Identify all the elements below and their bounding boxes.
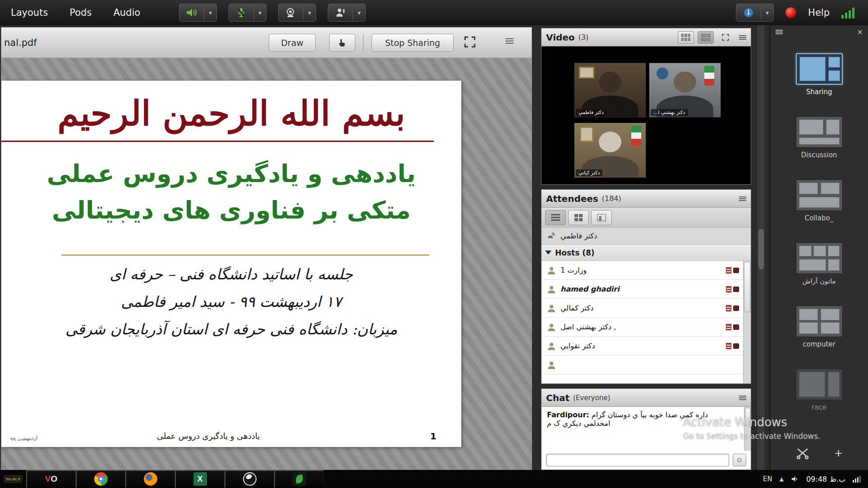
attendee-name: hamed ghadiri [560, 285, 721, 293]
menu-pods[interactable]: Pods [59, 0, 102, 25]
chat-scrollbar[interactable] [744, 407, 751, 451]
participant-silhouette [599, 72, 621, 92]
video-grid-view-button[interactable] [678, 31, 694, 44]
video-tile-1[interactable]: دکتر فاطمي [574, 63, 646, 118]
active-speaker-icon [546, 232, 556, 240]
layout-item-race[interactable]: race [770, 369, 868, 411]
add-layout-button[interactable]: + [835, 447, 843, 460]
camera-status-icon [733, 306, 739, 311]
stage-scrollbar[interactable] [757, 25, 765, 470]
hosts-group-label: Hosts (8) [555, 248, 595, 257]
person-icon [547, 266, 556, 275]
attendee-list-view-button[interactable] [545, 210, 566, 225]
camera-status-icon [733, 287, 739, 292]
active-speaker-name: دکتر فاطمي [560, 232, 597, 240]
fullscreen-button[interactable] [462, 35, 478, 49]
microphone-button-group[interactable]: ▾ [229, 4, 266, 22]
close-sidebar-button[interactable]: × [857, 27, 863, 37]
scrollbar-handle[interactable] [744, 262, 750, 312]
attendee-row[interactable]: وزارت 1 [542, 261, 751, 280]
info-button-group[interactable]: ▾ [736, 4, 774, 22]
pointer-tool-button[interactable] [329, 34, 355, 52]
help-link[interactable]: Help [808, 7, 830, 18]
webcam-dropdown-arrow[interactable]: ▾ [303, 4, 316, 21]
menu-layouts[interactable]: Layouts [0, 0, 59, 25]
tray-speaker-icon[interactable] [791, 475, 799, 483]
scrollbar-handle[interactable] [758, 229, 764, 269]
webcam-button-group[interactable]: ▾ [278, 4, 316, 22]
attendee-row[interactable]: hamed ghadiri [542, 280, 751, 299]
layout-item-collaboration[interactable]: Collabo_ [770, 179, 868, 222]
info-dropdown-arrow[interactable]: ▾ [761, 4, 773, 21]
tray-expand-icon[interactable]: ▲ [780, 476, 784, 482]
attendee-row-partial[interactable] [542, 356, 751, 374]
attendee-status-view-button[interactable] [591, 210, 612, 225]
language-indicator[interactable]: EN [763, 475, 772, 483]
speaker-dropdown-arrow[interactable]: ▾ [204, 4, 216, 21]
chat-pod-menu-button[interactable] [739, 396, 746, 400]
layout-item-custom-1[interactable]: ماتون آراش [770, 242, 868, 285]
tray-network-icon[interactable] [853, 475, 861, 483]
webcam-icon [279, 7, 303, 18]
share-pod: nal.pdf Draw Stop Sharing بسم الله الرح [1, 27, 532, 470]
info-icon [736, 7, 761, 18]
taskbar-app-vo[interactable]: VO [26, 470, 76, 488]
slide-body-line2: ۱۷ اردیبهشت ۹۹ - سید امیر فاطمی [1, 293, 461, 310]
speaker-button-group[interactable]: ▾ [179, 4, 217, 22]
grid-view-icon [574, 214, 583, 221]
layout-item-sharing[interactable]: Sharing [770, 53, 868, 96]
layout-item-computer[interactable]: computer [770, 306, 868, 348]
participant-silhouette [674, 72, 696, 92]
camera-status-icon [733, 343, 739, 349]
participant-silhouette [599, 132, 621, 152]
raise-hand-icon [328, 7, 353, 18]
scissors-icon [796, 447, 809, 459]
attendees-pod-menu-button[interactable] [739, 196, 746, 201]
video-fullscreen-button[interactable] [717, 31, 734, 44]
scrollbar-handle[interactable] [745, 408, 750, 426]
connection-signal-icon[interactable] [841, 7, 854, 18]
share-pod-menu-button[interactable] [505, 38, 514, 45]
filmstrip-view-icon [701, 34, 710, 41]
chat-pod-title: Chat [546, 392, 569, 403]
hosts-group-header[interactable]: Hosts (8) [542, 245, 751, 261]
layout-item-discussion[interactable]: Discussion [770, 116, 868, 159]
video-pod-menu-button[interactable] [739, 35, 746, 40]
taskbar-app-connect[interactable] [274, 470, 324, 488]
start-corner-button[interactable]: tvu.ac.ir [0, 470, 26, 488]
taskbar-app-excel[interactable]: X [175, 470, 225, 488]
cut-layout-button[interactable] [796, 447, 809, 459]
mic-status-icon [726, 305, 731, 311]
attendee-grid-view-button[interactable] [568, 210, 589, 225]
recording-indicator-icon[interactable] [785, 7, 796, 18]
menu-audio[interactable]: Audio [102, 0, 151, 25]
attendee-list-scrollbar[interactable] [743, 261, 751, 383]
active-speaker-row: دکتر فاطمي [542, 228, 751, 245]
attendees-pod: Attendees (184) [541, 189, 751, 384]
chat-input[interactable] [546, 454, 729, 466]
microphone-dropdown-arrow[interactable]: ▾ [253, 4, 266, 21]
pointer-hand-icon [337, 37, 348, 48]
share-pod-header: nal.pdf Draw Stop Sharing [1, 27, 532, 58]
person-icon [547, 360, 556, 369]
raise-hand-button-group[interactable]: ▾ [328, 4, 366, 22]
stop-sharing-button[interactable]: Stop Sharing [372, 34, 454, 52]
video-filmstrip-view-button[interactable] [698, 31, 714, 44]
video-tile-3[interactable]: دکتر کياني [574, 123, 646, 178]
list-view-icon [551, 214, 560, 221]
attendee-row[interactable]: دکتر کمالي [542, 299, 751, 318]
emblem-decor [657, 68, 668, 79]
emoticon-button[interactable]: ☺ [733, 454, 746, 466]
layout-label: computer [770, 340, 868, 348]
raise-hand-dropdown-arrow[interactable]: ▾ [353, 4, 365, 21]
taskbar-app-obs[interactable] [225, 470, 274, 488]
taskbar-app-firefox[interactable] [125, 470, 175, 488]
layouts-menu-button[interactable] [776, 30, 783, 34]
taskbar-app-chrome[interactable] [76, 470, 125, 488]
tray-clock[interactable]: ب.ظ 09:48 [806, 475, 845, 483]
slide-body-line1: جلسه با اساتید دانشگاه فنی – حرفه ای [1, 265, 461, 283]
draw-button[interactable]: Draw [269, 34, 316, 52]
attendee-row[interactable]: دکتر نقوايي [542, 337, 751, 356]
attendee-row[interactable]: دکتر بهشتي اصل , [542, 318, 751, 337]
video-tile-2[interactable]: دکتر بهشتي ا... [649, 63, 721, 118]
